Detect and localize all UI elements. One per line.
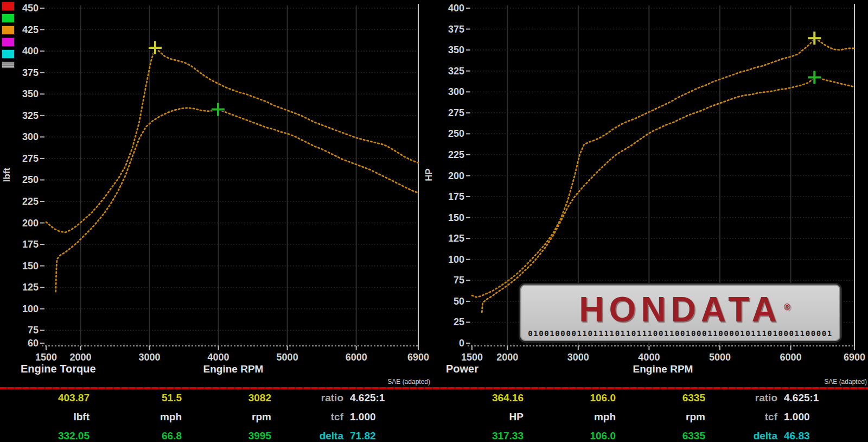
torque-cursor-value: 332.05 (58, 430, 90, 442)
y-tick-label: 450 (22, 3, 39, 14)
y-tick-label: 175 (448, 191, 464, 202)
y-tick-label: 375 (22, 67, 39, 78)
speed-unit-label: mph (160, 411, 182, 423)
y-tick-label: 400 (448, 3, 464, 14)
y-tick-label: 250 (448, 128, 464, 139)
y-axis-title: lbft (2, 167, 12, 182)
torque-cursor-speed: 66.8 (162, 430, 182, 442)
ratio-label: ratio (755, 392, 777, 404)
torque-peak-rpm: 3082 (248, 392, 271, 404)
x-tick-label: 3000 (567, 352, 589, 363)
rpm-unit-label: rpm (686, 411, 705, 423)
x-tick-label: 4000 (638, 352, 660, 363)
y-tick-label: 100 (22, 304, 39, 314)
y-tick-label: 75 (454, 275, 464, 286)
y-tick-label: 275 (448, 108, 464, 118)
power-cursor-run1[interactable] (808, 31, 821, 45)
delta-label: delta (320, 430, 343, 442)
y-tick-label: 400 (22, 46, 39, 56)
tcf-label: tcf (765, 411, 777, 423)
y-tick-label: 75 (28, 325, 39, 336)
x-tick-label: 2000 (69, 352, 91, 363)
y-tick-label: 275 (22, 153, 39, 164)
x-tick-label: 5000 (709, 352, 731, 363)
tcf-value: 1.000 (784, 411, 810, 423)
y-tick-label: 125 (448, 233, 464, 244)
readout-bar: 403.87 51.5 3082 ratio 4.625:1 lbft mph … (0, 387, 868, 442)
tcf-label: tcf (331, 411, 343, 423)
x-tick-label: 6000 (346, 352, 367, 363)
y-tick-label: 50 (454, 296, 464, 307)
power-cursor-rpm: 6335 (682, 430, 705, 442)
y-tick-label: 200 (22, 218, 39, 229)
y-tick-label: 150 (448, 212, 464, 223)
tcf-value: 1.000 (350, 411, 376, 423)
ratio-value: 4.625:1 (784, 392, 819, 404)
y-tick-label: 300 (22, 131, 39, 142)
y-tick-label: 225 (22, 196, 39, 207)
y-tick-label: 225 (448, 149, 464, 160)
torque-readout-panel: 403.87 51.5 3082 ratio 4.625:1 lbft mph … (0, 389, 434, 442)
power-chart-title: Power (446, 363, 478, 375)
power-unit-label: HP (509, 411, 524, 423)
torque-chart-title: Engine Torque (21, 363, 96, 375)
x-tick-label: 5000 (277, 352, 298, 363)
y-tick-label: 150 (22, 261, 39, 271)
y-tick-label: 325 (22, 110, 39, 121)
y-tick-label: 325 (448, 66, 464, 77)
run-1-power-curve (472, 39, 854, 298)
power-readout-panel: 364.16 106.0 6335 ratio 4.625:1 HP mph r… (434, 389, 868, 442)
x-tick-label: 3000 (139, 352, 161, 363)
run-2-torque-curve (56, 108, 418, 292)
power-x-axis-title: Engine RPM (592, 363, 733, 375)
speed-unit-label: mph (594, 411, 616, 423)
y-tick-label: 350 (448, 45, 464, 55)
x-tick-label: 4000 (208, 352, 229, 363)
hondata-logo: HONDATA® 0100100001101111011011100110010… (519, 283, 842, 343)
y-tick-label: 100 (448, 254, 464, 265)
x-tick-label: 6000 (780, 352, 801, 363)
y-tick-label: 0 (459, 338, 464, 349)
torque-peak-speed: 51.5 (162, 392, 182, 404)
run-1-torque-curve (46, 48, 418, 232)
power-peak-rpm: 6335 (682, 392, 705, 404)
y-tick-label: 125 (22, 282, 39, 293)
y-tick-label: 300 (448, 86, 464, 97)
y-tick-label: 250 (22, 174, 39, 185)
torque-unit-label: lbft (73, 411, 90, 423)
y-tick-label: 60 (28, 338, 39, 349)
hondata-logo-binary: 0100100001101111011011100110010001100001… (528, 327, 833, 341)
x-tick-label: 6900 (844, 352, 865, 363)
dyno-screen: 6075100125150175200225250275300325350375… (0, 0, 868, 442)
torque-x-axis-title: Engine RPM (163, 363, 304, 375)
torque-chart-plot[interactable]: 6075100125150175200225250275300325350375… (0, 0, 434, 387)
y-tick-label: 375 (448, 24, 464, 35)
delta-label: delta (754, 430, 777, 442)
torque-cursor-rpm: 3995 (248, 430, 271, 442)
torque-cursor-run2[interactable] (212, 103, 225, 116)
y-tick-label: 25 (454, 317, 464, 327)
delta-value: 46.83 (784, 430, 810, 442)
power-cursor-value: 317.33 (492, 430, 524, 442)
x-tick-label: 1500 (35, 352, 57, 363)
rpm-unit-label: rpm (252, 411, 271, 423)
hondata-logo-word: HONDATA® (579, 291, 781, 327)
ratio-value: 4.625:1 (350, 392, 385, 404)
power-cursor-speed: 106.0 (590, 430, 616, 442)
torque-cursor-run1[interactable] (149, 41, 162, 54)
power-sae-note: SAE (adapted) (766, 378, 867, 386)
torque-peak-value: 403.87 (58, 392, 90, 404)
ratio-label: ratio (321, 392, 343, 404)
registered-mark-icon: ® (784, 289, 790, 325)
torque-sae-note: SAE (adapted) (326, 378, 430, 386)
x-tick-label: 2000 (496, 352, 518, 363)
y-tick-label: 200 (448, 171, 464, 181)
power-peak-speed: 106.0 (590, 392, 616, 404)
x-tick-label: 1500 (461, 352, 483, 363)
y-axis-title: HP (424, 168, 434, 181)
delta-value: 71.82 (350, 430, 376, 442)
y-tick-label: 425 (22, 24, 39, 35)
y-tick-label: 350 (22, 89, 39, 99)
power-peak-value: 364.16 (492, 392, 524, 404)
y-tick-label: 175 (22, 239, 39, 250)
